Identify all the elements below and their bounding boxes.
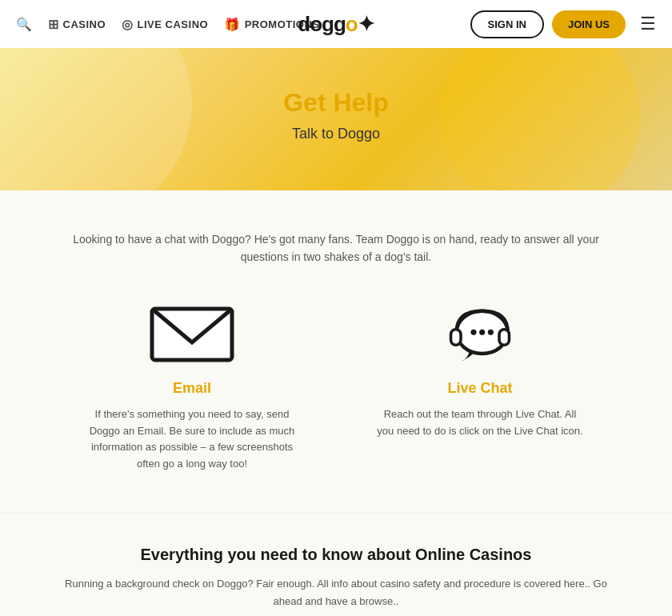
hero-title: Get Help	[16, 88, 656, 118]
header-right: SIGN IN JOIN US ☰	[470, 10, 656, 38]
contact-section: Looking to have a chat with Doggo? He's …	[0, 190, 672, 513]
live-casino-nav-item[interactable]: ◎ LIVE CASINO	[122, 17, 208, 32]
live-casino-label: LIVE CASINO	[138, 18, 209, 30]
chat-icon	[436, 302, 524, 366]
casinos-title: Everything you need to know about Online…	[48, 546, 624, 564]
hero-subtitle: Talk to Doggo	[16, 126, 656, 142]
casino-icon: ⊞	[48, 17, 59, 32]
svg-rect-6	[499, 330, 509, 346]
email-icon	[148, 302, 236, 366]
live-casino-icon: ◎	[122, 17, 134, 32]
casino-label: CASINO	[63, 18, 106, 30]
email-label[interactable]: Email	[173, 380, 211, 397]
svg-point-4	[488, 330, 494, 335]
casinos-section: Everything you need to know about Online…	[0, 513, 672, 616]
menu-icon[interactable]: ☰	[640, 14, 656, 34]
email-desc: If there's something you need to say, se…	[88, 406, 296, 473]
joinus-button[interactable]: JOIN US	[552, 10, 626, 38]
casinos-text: Running a background check on Doggo? Fai…	[64, 575, 608, 610]
logo[interactable]: doggo✦	[298, 12, 374, 37]
svg-rect-5	[451, 330, 461, 346]
chat-desc: Reach out the team through Live Chat. Al…	[376, 406, 584, 440]
signin-button[interactable]: SIGN IN	[470, 10, 544, 38]
casino-nav-item[interactable]: ⊞ CASINO	[48, 17, 106, 32]
chat-icon-wrap	[432, 298, 528, 370]
email-icon-wrap	[144, 298, 240, 370]
svg-point-3	[479, 330, 485, 335]
contact-cards: Email If there's something you need to s…	[48, 298, 624, 473]
svg-point-2	[470, 330, 476, 335]
chat-card: Live Chat Reach out the team through Liv…	[376, 298, 584, 473]
header: 🔍 ⊞ CASINO ◎ LIVE CASINO 🎁 PROMOTIONS do…	[0, 0, 672, 48]
promotions-icon: 🎁	[224, 17, 241, 32]
header-nav: ⊞ CASINO ◎ LIVE CASINO 🎁 PROMOTIONS	[48, 17, 319, 32]
email-card: Email If there's something you need to s…	[88, 298, 296, 473]
search-icon[interactable]: 🔍	[16, 17, 32, 32]
header-left: 🔍 ⊞ CASINO ◎ LIVE CASINO 🎁 PROMOTIONS	[16, 17, 470, 32]
hero-section: Get Help Talk to Doggo	[0, 48, 672, 190]
chat-label[interactable]: Live Chat	[447, 380, 512, 397]
logo-accent: o	[346, 12, 358, 36]
contact-intro: Looking to have a chat with Doggo? He's …	[56, 230, 616, 266]
